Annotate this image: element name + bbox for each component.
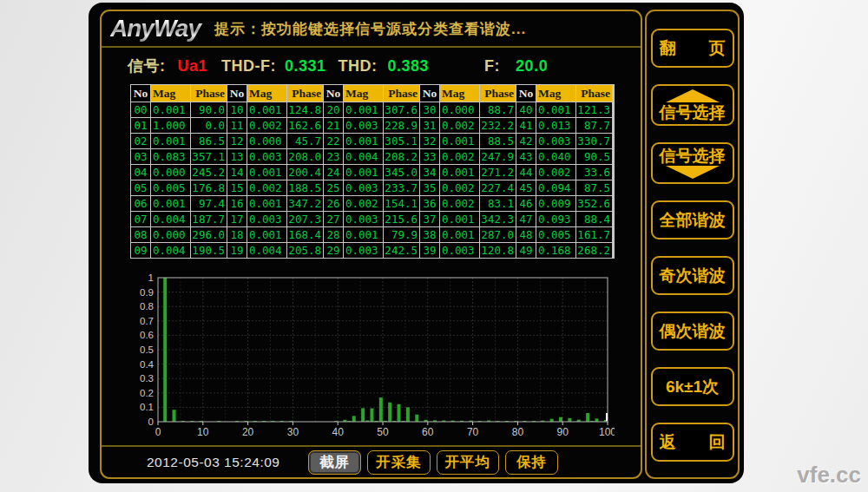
svg-text:10: 10 (197, 426, 209, 438)
table-cell-no: 18 (227, 227, 247, 242)
table-cell-mag: 0.083 (151, 149, 190, 164)
table-cell-phase: 242.5 (384, 243, 419, 258)
table-cell-no: 19 (227, 243, 247, 258)
col-header-mag: Mag (344, 85, 383, 102)
svg-text:0.7: 0.7 (140, 316, 154, 326)
table-cell-phase: 352.6 (576, 196, 612, 211)
table-cell-phase: 215.6 (384, 212, 419, 226)
table-cell-phase: 200.4 (287, 165, 323, 180)
table-cell-no: 08 (131, 227, 150, 242)
table-cell-phase: 227.4 (480, 180, 516, 195)
arrow-down-icon (666, 166, 720, 179)
table-cell-no: 06 (131, 196, 150, 211)
svg-text:100: 100 (599, 426, 615, 438)
svg-text:0.8: 0.8 (140, 301, 154, 312)
table-cell-phase: 357.1 (191, 149, 227, 164)
even-harmonics-button[interactable]: 偶次谐波 (651, 312, 734, 351)
flip-page-button[interactable]: 翻 页 (651, 29, 734, 68)
signal-select-down-button[interactable]: 信号选择 (651, 142, 734, 184)
table-cell-mag: 0.001 (440, 134, 479, 148)
col-header-phase: Phase (480, 85, 516, 102)
table-cell-no: 34 (420, 165, 439, 180)
table-cell-mag: 0.001 (440, 212, 479, 226)
table-cell-mag: 0.003 (247, 212, 286, 226)
frequency-value: 20.0 (516, 57, 548, 75)
table-cell-mag: 0.001 (536, 102, 575, 117)
frequency-label: F: (484, 57, 500, 75)
col-header-mag: Mag (247, 85, 286, 102)
table-cell-mag: 0.002 (536, 165, 575, 180)
table-cell-phase: 86.5 (191, 134, 227, 148)
table-cell-mag: 0.001 (151, 196, 190, 211)
table-cell-no: 37 (420, 212, 439, 226)
table-cell-no: 01 (131, 118, 150, 133)
function-key-panel: 翻 页信号选择信号选择全部谐波奇次谐波偶次谐波6k±1次返 回 (645, 10, 740, 479)
table-cell-mag: 0.004 (151, 243, 190, 258)
table-cell-no: 10 (227, 102, 247, 117)
svg-text:40: 40 (332, 426, 345, 438)
table-cell-phase: 88.7 (480, 102, 516, 117)
odd-harmonics-button[interactable]: 奇次谐波 (651, 256, 734, 295)
return-button[interactable]: 返 回 (651, 423, 734, 462)
table-cell-no: 03 (131, 149, 150, 164)
col-header-no: No (131, 85, 150, 102)
svg-text:90: 90 (557, 426, 569, 438)
table-cell-phase: 232.2 (480, 118, 516, 133)
col-header-no: No (516, 85, 536, 102)
table-cell-phase: 97.4 (191, 196, 227, 211)
signal-label: 信号: (128, 56, 166, 76)
table-cell-no: 29 (324, 243, 343, 258)
table-cell-phase: 208.2 (384, 149, 419, 164)
bottom-buttons: 截屏开采集开平均保持 (308, 450, 558, 475)
table-cell-phase: 287.0 (480, 227, 516, 242)
table-cell-mag: 0.005 (151, 180, 190, 195)
timestamp: 2012-05-03 15:24:09 (147, 455, 286, 470)
table-cell-no: 38 (420, 227, 439, 242)
all-harmonics-button[interactable]: 全部谐波 (651, 200, 734, 239)
table-cell-no: 17 (227, 212, 247, 226)
start-sampling-button[interactable]: 开采集 (367, 450, 431, 475)
table-cell-no: 33 (420, 149, 439, 164)
table-cell-phase: 307.6 (384, 102, 419, 117)
table-cell-phase: 188.5 (287, 180, 323, 195)
svg-text:70: 70 (467, 426, 479, 438)
table-cell-phase: 120.8 (480, 243, 516, 258)
hold-button[interactable]: 保持 (505, 450, 558, 475)
even-harmonics-button-label: 偶次谐波 (660, 323, 726, 340)
table-cell-phase: 342.3 (480, 212, 516, 226)
table-cell-no: 20 (324, 102, 343, 117)
thdf-value: 0.331 (285, 57, 326, 75)
table-cell-mag: 0.001 (440, 227, 479, 242)
table-cell-mag: 0.000 (151, 227, 190, 242)
harmonic-chart-area: 00.10.20.30.40.50.60.70.80.9101020304050… (130, 261, 615, 450)
svg-text:0.4: 0.4 (140, 359, 155, 370)
table-cell-mag: 0.094 (536, 180, 575, 195)
table-cell-no: 36 (420, 196, 439, 211)
table-cell-no: 12 (227, 134, 247, 148)
table-cell-mag: 0.001 (344, 102, 383, 117)
table-cell-mag: 0.001 (440, 165, 479, 180)
screenshot-button[interactable]: 截屏 (308, 450, 361, 475)
start-averaging-button[interactable]: 开平均 (437, 450, 500, 475)
signal-select-down-button-label: 信号选择 (660, 148, 726, 165)
table-cell-phase: 154.1 (384, 196, 419, 211)
table-cell-mag: 0.000 (440, 102, 479, 117)
svg-text:0.6: 0.6 (140, 330, 154, 340)
svg-text:0.1: 0.1 (140, 402, 154, 412)
table-cell-mag: 0.002 (344, 196, 383, 211)
table-cell-mag: 1.000 (151, 118, 190, 133)
table-cell-no: 23 (324, 149, 343, 164)
table-cell-no: 35 (420, 180, 439, 195)
col-header-phase: Phase (576, 85, 612, 102)
table-cell-no: 31 (420, 118, 439, 133)
six-k-plus-minus-one-button[interactable]: 6k±1次 (651, 367, 734, 406)
col-header-mag: Mag (536, 85, 575, 102)
table-cell-phase: 87.5 (576, 180, 612, 195)
table-cell-phase: 245.2 (191, 165, 227, 180)
signal-select-up-button[interactable]: 信号选择 (651, 84, 734, 126)
table-cell-mag: 0.003 (344, 118, 383, 133)
table-cell-phase: 124.8 (287, 102, 323, 117)
table-cell-phase: 88.4 (576, 212, 612, 226)
table-cell-mag: 0.003 (344, 212, 383, 226)
table-cell-mag: 0.001 (344, 165, 383, 180)
